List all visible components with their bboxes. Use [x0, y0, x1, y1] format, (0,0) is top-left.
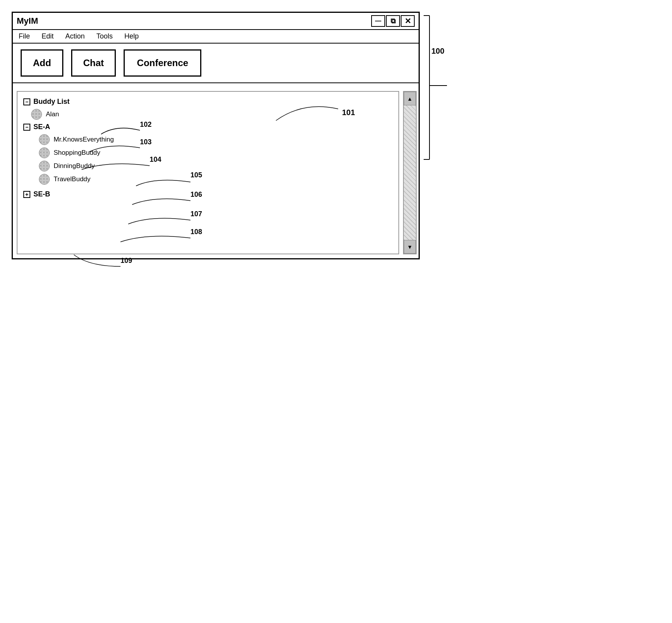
annotation-100-line [422, 12, 453, 167]
title-bar: MyIM — ⧉ ✕ [13, 13, 419, 30]
minimize-button[interactable]: — [371, 15, 385, 27]
annotation-107-line [124, 213, 194, 227]
sea-label: SE-A [33, 123, 50, 131]
menu-help[interactable]: Help [124, 32, 139, 40]
list-item[interactable]: TravelBuddy [39, 174, 393, 185]
avatar [39, 161, 50, 172]
avatar [39, 147, 50, 158]
page-wrapper: MyIM — ⧉ ✕ File Edit Action Tools Help A… [0, 0, 672, 623]
annotation-104-line [78, 159, 154, 172]
avatar [39, 134, 50, 145]
seb-label: SE-B [33, 190, 50, 198]
menu-edit[interactable]: Edit [42, 32, 54, 40]
annotation-101-line [272, 97, 350, 128]
scroll-up-button[interactable]: ▲ [404, 92, 416, 105]
menu-file[interactable]: File [19, 32, 30, 40]
avatar [31, 109, 42, 120]
menu-tools[interactable]: Tools [96, 32, 113, 40]
sea-toggle[interactable]: − [23, 124, 30, 131]
annotation-105-line [132, 175, 194, 189]
buddy-list-toggle[interactable]: − [23, 98, 30, 105]
close-button[interactable]: ✕ [401, 15, 415, 27]
scroll-down-button[interactable]: ▼ [404, 240, 416, 254]
annotation-109-line [70, 251, 124, 270]
annotation-108-line [117, 231, 194, 245]
annotation-102-line [97, 122, 144, 138]
seb-toggle[interactable]: + [23, 191, 30, 198]
menu-bar: File Edit Action Tools Help [13, 30, 419, 44]
buddy-panel: − Buddy List Alan − SE-A Mr.KnowsEveryth… [13, 87, 419, 258]
annotation-103-line [86, 141, 144, 154]
app-window: MyIM — ⧉ ✕ File Edit Action Tools Help A… [12, 12, 420, 259]
avatar [39, 174, 50, 185]
app-title: MyIM [17, 16, 38, 26]
buddy-name-alan: Alan [46, 110, 59, 118]
buddy-name-travel: TravelBuddy [54, 175, 91, 183]
buddy-list-label: Buddy List [33, 98, 70, 106]
restore-button[interactable]: ⧉ [386, 15, 400, 27]
conference-button[interactable]: Conference [124, 49, 201, 77]
toolbar: Add Chat Conference [13, 44, 419, 83]
window-controls: — ⧉ ✕ [371, 15, 415, 27]
add-button[interactable]: Add [21, 49, 63, 77]
chat-button[interactable]: Chat [71, 49, 116, 77]
annotation-106-line [128, 194, 194, 207]
menu-action[interactable]: Action [65, 32, 85, 40]
seb-group-header: + SE-B [23, 190, 393, 198]
scroll-track[interactable] [404, 105, 416, 240]
scrollbar: ▲ ▼ [403, 91, 417, 254]
